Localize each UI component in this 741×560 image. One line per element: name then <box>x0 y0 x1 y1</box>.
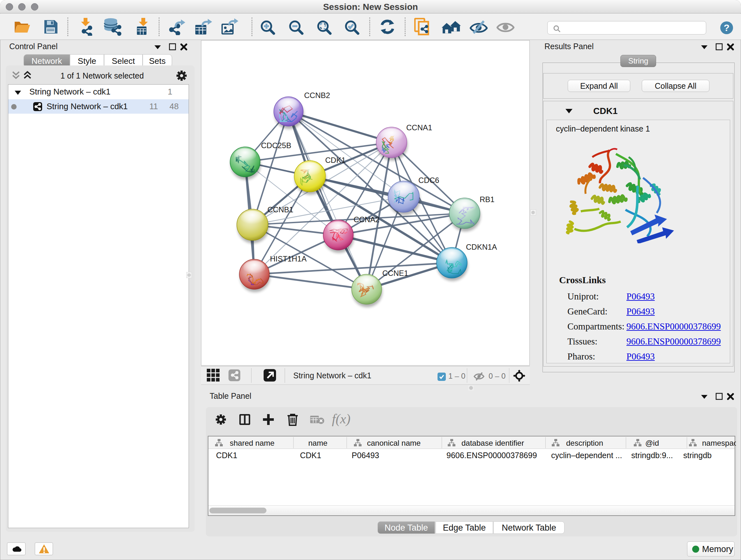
svg-text:CCNE1: CCNE1 <box>382 269 408 277</box>
svg-text:HIST1H1A: HIST1H1A <box>270 254 307 263</box>
svg-text:CCNA1: CCNA1 <box>406 123 432 132</box>
svg-text:CDKN1A: CDKN1A <box>466 243 497 251</box>
svg-text:CDK1: CDK1 <box>325 156 346 165</box>
svg-text:CCNB2: CCNB2 <box>304 91 330 100</box>
svg-text:CCNA2: CCNA2 <box>354 215 380 224</box>
svg-text:CDC6: CDC6 <box>418 176 439 185</box>
svg-text:CDC25B: CDC25B <box>261 141 291 150</box>
svg-text:RB1: RB1 <box>480 195 495 204</box>
svg-text:CCNB1: CCNB1 <box>267 205 293 214</box>
